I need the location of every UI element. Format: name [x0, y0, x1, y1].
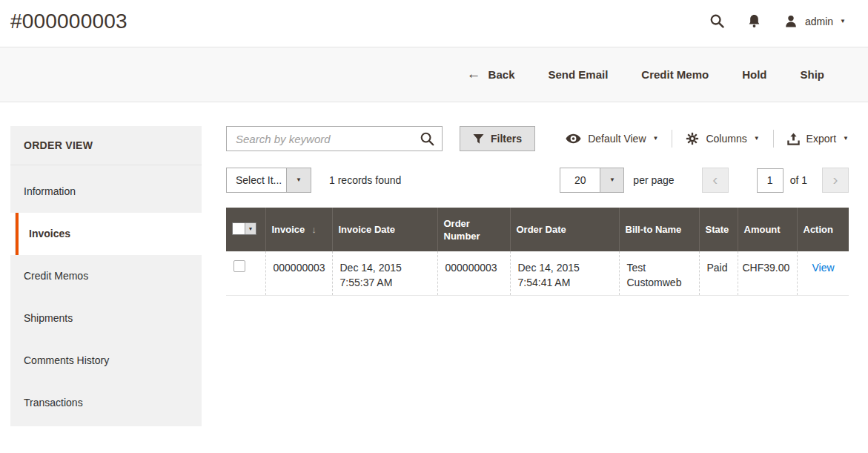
main-layout: ORDER VIEW Information Invoices Credit M…: [0, 126, 868, 426]
keyword-search: [226, 126, 443, 151]
caret-down-icon: ▼: [754, 136, 760, 142]
filter-funnel-icon: [473, 133, 484, 145]
search-submit-button[interactable]: [416, 128, 438, 149]
caret-down-icon: ▼: [609, 177, 615, 183]
search-icon: [709, 13, 725, 29]
caret-down-icon: ▼: [296, 177, 302, 183]
search-icon: [420, 131, 435, 147]
invoice-date-cell: Dec 14, 2015 7:55:37 AM: [332, 251, 437, 296]
column-header-action[interactable]: Action: [797, 208, 849, 251]
sidebar-item-invoices[interactable]: Invoices: [16, 213, 202, 255]
columns-label: Columns: [706, 133, 746, 145]
current-page-input[interactable]: [757, 168, 783, 193]
row-select-cell: [226, 251, 265, 296]
send-email-button[interactable]: Send Email: [548, 68, 608, 81]
search-input[interactable]: [226, 126, 443, 151]
caret-down-icon: ▼: [248, 226, 254, 231]
grid-toolbar: Filters Default View ▼: [226, 126, 849, 151]
select-all-checkbox[interactable]: [233, 223, 245, 234]
table-header-row: ▼ Invoice↓ Invoice Date Order Number: [226, 208, 849, 251]
invoices-grid-section: Filters Default View ▼: [226, 126, 849, 296]
column-header-bill-to[interactable]: Bill-to Name: [619, 208, 699, 251]
export-button[interactable]: Export ▼: [787, 133, 849, 145]
credit-memo-button[interactable]: Credit Memo: [641, 68, 709, 81]
sidebar-title: ORDER VIEW: [10, 126, 202, 165]
sidebar-item-label: Invoices: [29, 228, 70, 239]
column-header-invoice-date[interactable]: Invoice Date: [332, 208, 437, 251]
divider: [672, 130, 672, 148]
header-actions: admin ▼: [709, 13, 846, 29]
user-menu[interactable]: admin ▼: [783, 14, 846, 29]
select-all-dropdown[interactable]: ▼: [232, 222, 256, 235]
sidebar-item-shipments[interactable]: Shipments: [10, 297, 202, 340]
column-label: State: [706, 224, 729, 235]
hold-button[interactable]: Hold: [742, 68, 766, 81]
bill-to-cell: Test Customweb: [619, 251, 699, 296]
sidebar-item-credit-memos[interactable]: Credit Memos: [10, 255, 202, 297]
row-checkbox[interactable]: [233, 260, 245, 272]
invoice-cell: 000000003: [265, 251, 332, 296]
sort-desc-icon: ↓: [311, 224, 317, 235]
sidebar-item-label: Credit Memos: [24, 270, 88, 282]
sidebar-nav: Information Invoices Credit Memos Shipme…: [10, 165, 202, 424]
eye-icon: [566, 133, 581, 144]
order-view-sidebar: ORDER VIEW Information Invoices Credit M…: [10, 126, 202, 426]
columns-button[interactable]: Columns ▼: [686, 132, 759, 145]
select-all-caret[interactable]: ▼: [245, 223, 256, 234]
mass-action-select[interactable]: Select It... ▼: [226, 168, 311, 193]
ship-button[interactable]: Ship: [801, 68, 825, 81]
invoices-table: ▼ Invoice↓ Invoice Date Order Number: [226, 208, 849, 296]
column-label: Invoice: [272, 224, 305, 235]
column-header-state[interactable]: State: [699, 208, 738, 251]
mass-action-label: Select It...: [227, 168, 286, 192]
mass-action-caret[interactable]: ▼: [286, 168, 311, 192]
per-page-caret[interactable]: ▼: [600, 168, 623, 192]
view-invoice-link[interactable]: View: [812, 262, 835, 274]
column-header-amount[interactable]: Amount: [738, 208, 797, 251]
order-actions-toolbar: ← Back Send Email Credit Memo Hold Ship: [0, 47, 868, 102]
chevron-left-icon: ‹: [712, 171, 718, 187]
table-row: 000000003 Dec 14, 2015 7:55:37 AM 000000…: [226, 251, 849, 296]
export-upload-icon: [787, 133, 800, 145]
sidebar-item-transactions[interactable]: Transactions: [10, 382, 202, 424]
send-email-label: Send Email: [548, 68, 608, 81]
column-label: Invoice Date: [339, 224, 396, 235]
view-label: Default View: [588, 133, 646, 145]
hold-label: Hold: [742, 68, 766, 81]
filters-button[interactable]: Filters: [460, 126, 535, 151]
sidebar-item-label: Comments History: [24, 354, 109, 366]
per-page-select[interactable]: 20 ▼: [560, 168, 624, 193]
notification-bell-icon[interactable]: [747, 13, 761, 29]
column-label: Amount: [744, 224, 781, 235]
user-icon: [783, 14, 798, 29]
column-header-invoice[interactable]: Invoice↓: [265, 208, 332, 251]
divider: [773, 130, 774, 148]
sidebar-item-label: Transactions: [24, 397, 83, 409]
global-search-icon[interactable]: [709, 13, 725, 29]
grid-actions-row: Select It... ▼ 1 records found 20 ▼ per …: [226, 168, 849, 193]
credit-memo-label: Credit Memo: [641, 68, 709, 81]
bell-icon: [747, 13, 761, 29]
sidebar-item-comments-history[interactable]: Comments History: [10, 340, 202, 382]
next-page-button[interactable]: ›: [822, 168, 849, 193]
back-button[interactable]: ← Back: [467, 67, 515, 82]
sidebar-item-label: Shipments: [24, 312, 73, 324]
sidebar-item-label: Information: [24, 185, 76, 197]
sidebar-item-information[interactable]: Information: [10, 171, 202, 213]
bookmark-views-button[interactable]: Default View ▼: [566, 133, 658, 145]
per-page-label: per page: [633, 174, 674, 186]
state-cell: Paid: [699, 251, 738, 296]
column-header-order-number[interactable]: Order Number: [437, 208, 510, 251]
amount-cell: CHF39.00: [738, 251, 797, 296]
column-label: Order Date: [517, 224, 566, 235]
grid-view-controls: Default View ▼ Colu: [566, 130, 849, 148]
records-label: records found: [338, 174, 402, 186]
column-header-order-date[interactable]: Order Date: [510, 208, 619, 251]
pagination: 20 ▼ per page ‹ of 1 ›: [560, 168, 849, 193]
page-title: #000000003: [10, 10, 127, 33]
caret-down-icon: ▼: [840, 19, 846, 24]
previous-page-button[interactable]: ‹: [702, 168, 729, 193]
action-cell: View: [797, 251, 849, 296]
back-arrow-icon: ←: [467, 67, 481, 81]
order-number-cell: 000000003: [437, 251, 510, 296]
